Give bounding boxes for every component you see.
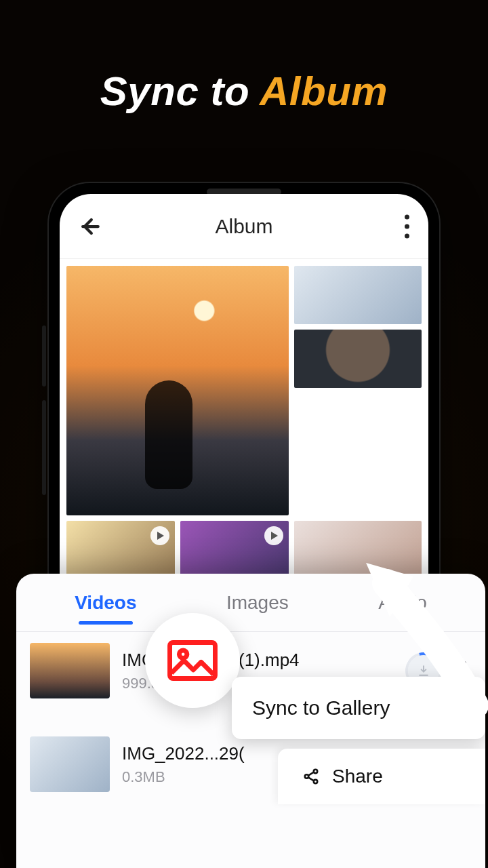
file-thumbnail bbox=[30, 643, 110, 698]
photo-tile[interactable] bbox=[294, 330, 422, 388]
screen-title: Album bbox=[215, 215, 272, 238]
share-label: Share bbox=[332, 766, 383, 787]
play-icon bbox=[264, 526, 283, 545]
tab-audio[interactable]: Audio bbox=[373, 584, 432, 622]
tab-videos[interactable]: Videos bbox=[69, 584, 142, 622]
svg-rect-0 bbox=[170, 642, 216, 678]
app-header: Album bbox=[60, 194, 428, 259]
photo-tile[interactable] bbox=[294, 266, 422, 324]
headline-accent: Album bbox=[260, 68, 388, 114]
sync-to-gallery-option[interactable]: Sync to Gallery bbox=[232, 677, 485, 739]
download-icon bbox=[417, 664, 430, 677]
gallery-icon bbox=[167, 640, 218, 681]
play-icon bbox=[150, 526, 169, 545]
back-button[interactable] bbox=[76, 213, 103, 240]
svg-point-3 bbox=[305, 774, 308, 778]
media-tabs: Videos Images Audio bbox=[16, 574, 485, 632]
sync-label: Sync to Gallery bbox=[252, 696, 390, 719]
headline-prefix: Sync to bbox=[100, 68, 260, 114]
tab-images[interactable]: Images bbox=[221, 584, 294, 622]
sync-icon-bubble bbox=[145, 613, 240, 708]
share-icon bbox=[302, 768, 320, 785]
svg-point-1 bbox=[179, 650, 187, 658]
promo-headline: Sync to Album bbox=[0, 68, 488, 115]
more-menu-button[interactable] bbox=[405, 214, 409, 238]
arrow-left-icon bbox=[78, 215, 101, 238]
share-option[interactable]: Share bbox=[278, 749, 485, 804]
file-thumbnail bbox=[30, 736, 110, 792]
photo-tile[interactable] bbox=[66, 266, 289, 515]
